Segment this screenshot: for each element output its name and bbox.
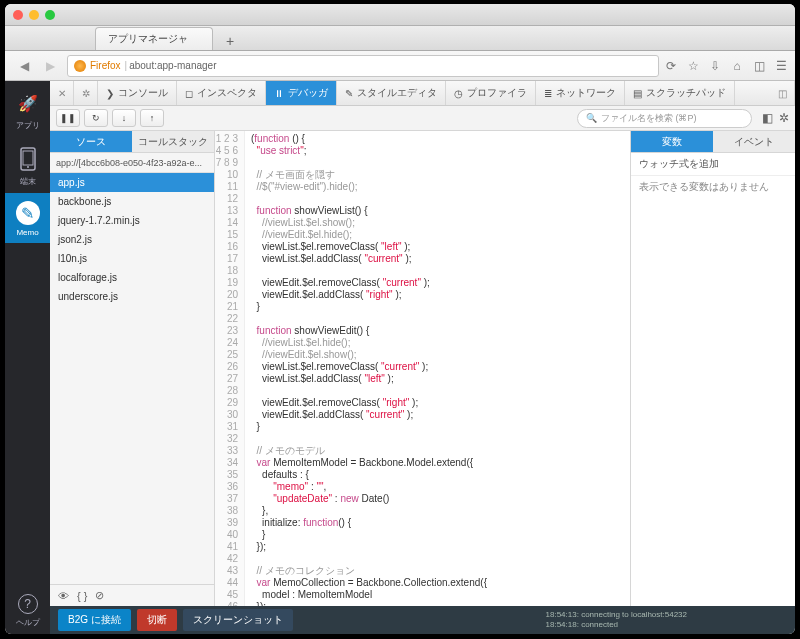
style-icon: ✎ bbox=[345, 88, 353, 99]
sidebar-label: ヘルプ bbox=[5, 617, 50, 628]
network-icon: ≣ bbox=[544, 88, 552, 99]
help-icon: ? bbox=[18, 594, 38, 614]
devtools-tabs: ✕ ✲ ❯コンソール ◻インスペクタ ⏸デバッガ ✎スタイルエディタ ◷プロファ… bbox=[50, 81, 795, 106]
share-icon[interactable]: ⇩ bbox=[707, 59, 723, 73]
url-field[interactable]: Firefox | about:app-manager bbox=[67, 55, 659, 77]
url-text: about:app-manager bbox=[129, 60, 216, 71]
file-list: app.jsbackbone.jsjquery-1.7.2.min.jsjson… bbox=[50, 173, 214, 584]
step-out-button[interactable]: ↑ bbox=[140, 109, 164, 127]
new-tab-button[interactable]: + bbox=[219, 32, 241, 50]
tab-inspector[interactable]: ◻インスペクタ bbox=[177, 81, 266, 105]
file-item[interactable]: app.js bbox=[50, 173, 214, 192]
pause-button[interactable]: ❚❚ bbox=[56, 109, 80, 127]
file-item[interactable]: localforage.js bbox=[50, 268, 214, 287]
tab-events[interactable]: イベント bbox=[713, 131, 795, 152]
code-editor[interactable]: 1 2 3 4 5 6 7 8 9 10 11 12 13 14 15 16 1… bbox=[215, 131, 630, 606]
app-url: app://[4bcc6b08-e050-4f23-a92a-e... bbox=[50, 153, 214, 173]
pencil-icon: ✎ bbox=[16, 201, 40, 225]
firefox-logo-icon bbox=[74, 60, 86, 72]
tab-console[interactable]: ❯コンソール bbox=[98, 81, 177, 105]
tab-profiler[interactable]: ◷プロファイラ bbox=[446, 81, 536, 105]
status-bar: B2G に接続 切断 スクリーンショット 18:54:13: connectin… bbox=[50, 606, 795, 634]
add-watch-expression[interactable]: ウォッチ式を追加 bbox=[631, 153, 795, 176]
toggle-panes-button[interactable]: ◧ bbox=[762, 111, 773, 125]
dock-button[interactable]: ◫ bbox=[771, 81, 795, 105]
file-item[interactable]: backbone.js bbox=[50, 192, 214, 211]
devtools-options-button[interactable]: ✲ bbox=[74, 81, 98, 105]
phone-icon bbox=[14, 145, 42, 173]
back-button[interactable]: ◀ bbox=[11, 56, 37, 76]
rocket-icon: 🚀 bbox=[14, 89, 42, 117]
tab-network[interactable]: ≣ネットワーク bbox=[536, 81, 625, 105]
left-sidebar: 🚀 アプリ 端末 ✎ Memo ? ヘルプ bbox=[5, 81, 50, 634]
menu-icon[interactable]: ☰ bbox=[773, 59, 789, 73]
file-search-input[interactable]: 🔍 ファイル名を検索 (⌘P) bbox=[577, 109, 752, 128]
connect-b2g-button[interactable]: B2G に接続 bbox=[58, 609, 131, 631]
debugger-settings-button[interactable]: ✲ bbox=[779, 111, 789, 125]
urlbar-row: ◀ ▶ Firefox | about:app-manager ⟳ ☆ ⇩ ⌂ … bbox=[5, 51, 795, 81]
tab-debugger[interactable]: ⏸デバッガ bbox=[266, 81, 337, 105]
search-placeholder: ファイル名を検索 (⌘P) bbox=[601, 112, 697, 125]
tab-sources[interactable]: ソース bbox=[50, 131, 132, 152]
titlebar bbox=[5, 4, 795, 26]
sidebar-item-apps[interactable]: 🚀 アプリ bbox=[5, 81, 50, 137]
pretty-print-button[interactable]: { } bbox=[77, 590, 87, 602]
file-item[interactable]: l10n.js bbox=[50, 249, 214, 268]
sidebar-item-help[interactable]: ? ヘルプ bbox=[5, 586, 50, 634]
sidebar-item-device[interactable]: 端末 bbox=[5, 137, 50, 193]
no-variables-message: 表示できる変数はありません bbox=[631, 176, 795, 198]
home-icon[interactable]: ⌂ bbox=[729, 59, 745, 73]
minimize-window-button[interactable] bbox=[29, 10, 39, 20]
file-item[interactable]: json2.js bbox=[50, 230, 214, 249]
reload-icon[interactable]: ⟳ bbox=[663, 59, 679, 73]
sources-pane: ソース コールスタック app://[4bcc6b08-e050-4f23-a9… bbox=[50, 131, 215, 606]
toggle-breakpoints-button[interactable]: ⊘ bbox=[95, 589, 104, 602]
variables-pane: 変数 イベント ウォッチ式を追加 表示できる変数はありません bbox=[630, 131, 795, 606]
chevron-icon: ❯ bbox=[106, 88, 114, 99]
sidebar-label: Memo bbox=[5, 228, 50, 237]
connection-log: 18:54:13: connecting to localhost:54232 … bbox=[546, 610, 787, 630]
step-in-button[interactable]: ↓ bbox=[112, 109, 136, 127]
browser-tabstrip: アプリマネージャ + bbox=[5, 26, 795, 51]
zoom-window-button[interactable] bbox=[45, 10, 55, 20]
inspect-icon: ◻ bbox=[185, 88, 193, 99]
blackbox-icon[interactable]: 👁 bbox=[58, 590, 69, 602]
file-item[interactable]: underscore.js bbox=[50, 287, 214, 306]
forward-button[interactable]: ▶ bbox=[37, 56, 63, 76]
sidebar-label: 端末 bbox=[5, 176, 50, 187]
step-over-button[interactable]: ↻ bbox=[84, 109, 108, 127]
scratchpad-icon: ▤ bbox=[633, 88, 642, 99]
close-devtools-button[interactable]: ✕ bbox=[50, 81, 74, 105]
close-window-button[interactable] bbox=[13, 10, 23, 20]
screenshot-button[interactable]: スクリーンショット bbox=[183, 609, 293, 631]
disconnect-button[interactable]: 切断 bbox=[137, 609, 177, 631]
debugger-controls: ❚❚ ↻ ↓ ↑ 🔍 ファイル名を検索 (⌘P) ◧ ✲ bbox=[50, 106, 795, 131]
line-gutter: 1 2 3 4 5 6 7 8 9 10 11 12 13 14 15 16 1… bbox=[215, 131, 245, 606]
search-icon: 🔍 bbox=[586, 113, 597, 123]
tab-style-editor[interactable]: ✎スタイルエディタ bbox=[337, 81, 446, 105]
svg-rect-1 bbox=[23, 151, 33, 165]
clock-icon: ◷ bbox=[454, 88, 463, 99]
search-icon[interactable]: ☆ bbox=[685, 59, 701, 73]
pause-icon: ⏸ bbox=[274, 88, 284, 99]
browser-tab[interactable]: アプリマネージャ bbox=[95, 27, 213, 50]
sidebar-label: アプリ bbox=[5, 120, 50, 131]
tab-variables[interactable]: 変数 bbox=[631, 131, 713, 152]
code-content: (function () { "use strict"; // メモ画面を隠す … bbox=[245, 131, 630, 606]
tab-callstack[interactable]: コールスタック bbox=[132, 131, 214, 152]
tab-scratchpad[interactable]: ▤スクラッチパッド bbox=[625, 81, 735, 105]
sidebar-item-memo[interactable]: ✎ Memo bbox=[5, 193, 50, 243]
svg-point-2 bbox=[27, 166, 29, 168]
bookmark-icon[interactable]: ◫ bbox=[751, 59, 767, 73]
file-item[interactable]: jquery-1.7.2.min.js bbox=[50, 211, 214, 230]
url-scheme: Firefox bbox=[90, 60, 121, 71]
